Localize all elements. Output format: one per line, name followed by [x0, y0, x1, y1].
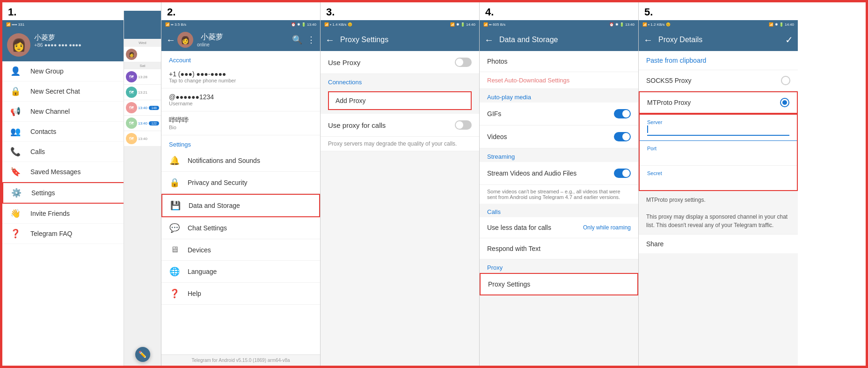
chat-list-preview: Wed 👩 Sat 🗺 13:28 🗺 13:21 🗺 13:40: [124, 20, 161, 366]
phone-hint: Tap to change phone number: [169, 78, 313, 83]
panel2-actions: 🔍 ⋮: [292, 35, 315, 45]
secret-value[interactable]: [647, 176, 789, 185]
bio-item[interactable]: 哔哔哔 Bio: [161, 111, 320, 135]
gifs-label: GIFs: [487, 110, 614, 118]
proxy-settings-row[interactable]: Proxy Settings: [480, 273, 638, 295]
username-hint: Username: [169, 101, 313, 106]
data-storage-label: Data and Storage: [189, 202, 312, 209]
help-icon: ❓: [169, 288, 180, 299]
devices-item[interactable]: 🖥 Devices: [161, 239, 320, 261]
respond-text-row[interactable]: Respond with Text: [480, 238, 638, 259]
gifs-toggle[interactable]: [614, 109, 631, 118]
mtproto-label: MTProto Proxy: [647, 99, 780, 106]
back-button-5[interactable]: ←: [643, 35, 653, 45]
mtproto-radio[interactable]: [780, 98, 789, 107]
secret-label: Secret: [647, 170, 789, 176]
status-bar-3: 📶 ▪ 1.4 KB/s 😊 📶 ✱ 🔋 14:40: [321, 20, 479, 29]
language-label: Language: [188, 268, 313, 275]
proxy-details-content: Paste from clipboard SOCKS5 Proxy MTProt…: [639, 51, 798, 366]
data-storage-title: Data and Storage: [499, 36, 634, 44]
proxy-settings-text: Proxy Settings: [488, 280, 630, 288]
proxy-note: Proxy servers may degrade the quality of…: [321, 137, 479, 151]
photos-label: Photos: [487, 58, 631, 65]
chat-settings-label: Chat Settings: [188, 224, 313, 232]
reset-link[interactable]: Reset Auto-Download Settings: [480, 72, 638, 89]
new-secret-chat-label: New Secret Chat: [30, 88, 80, 95]
use-proxy-calls-toggle[interactable]: [455, 120, 472, 130]
connections-header: Connections: [321, 74, 479, 88]
notifications-item[interactable]: 🔔 Notifications and Sounds: [161, 150, 320, 172]
secret-field[interactable]: Secret: [640, 166, 797, 190]
server-value[interactable]: [647, 125, 789, 136]
proxy-settings-label: Proxy Settings: [481, 274, 637, 294]
settings-list-2: Account +1 (●●●) ●●●-●●●● Tap to change …: [161, 51, 320, 354]
avatar: 👩: [7, 33, 30, 57]
port-field[interactable]: Port: [640, 141, 797, 166]
use-less-data-row[interactable]: Use less data for calls Only while roami…: [480, 217, 638, 238]
stream-label: Stream Videos and Audio Files: [487, 169, 614, 177]
faq-label: Telegram FAQ: [30, 230, 72, 237]
invite-friends-label: Invite Friends: [30, 210, 70, 217]
faq-icon: ❓: [10, 228, 21, 239]
videos-row[interactable]: Videos: [480, 125, 638, 148]
phone-item[interactable]: +1 (●●●) ●●●-●●●● Tap to change phone nu…: [161, 66, 320, 88]
status-bar-2: 📶 ▪▪ 3.5 B/s ⏰ ✱ 🔋 13:40: [161, 20, 320, 29]
help-item[interactable]: ❓ Help: [161, 283, 320, 305]
calls-label: Calls: [30, 148, 45, 155]
status-left-1: 📶 ▪▪▪▪ 331: [6, 22, 24, 27]
help-label: Help: [188, 290, 313, 297]
proxy-details-title: Proxy Details: [658, 36, 785, 44]
videos-label: Videos: [487, 133, 614, 140]
language-icon: 🌐: [169, 266, 180, 277]
use-proxy-toggle[interactable]: [455, 58, 472, 67]
compose-fab[interactable]: ✏️: [135, 347, 150, 362]
respond-text-label: Respond with Text: [487, 245, 631, 252]
socks5-radio[interactable]: [781, 76, 790, 85]
saved-messages-icon: 🔖: [10, 167, 21, 177]
use-proxy-calls-row[interactable]: Use proxy for calls: [321, 114, 479, 137]
server-label: Server: [647, 119, 789, 125]
step-4-number: 4.: [480, 2, 638, 20]
step-2-number: 2.: [161, 2, 320, 20]
new-secret-chat-icon: 🔒: [10, 86, 21, 96]
settings-label: Settings: [31, 189, 55, 197]
share-row[interactable]: Share: [639, 234, 798, 253]
step-5-number: 5.: [639, 2, 798, 20]
paste-from-clipboard[interactable]: Paste from clipboard: [639, 51, 798, 70]
streaming-header: Streaming: [480, 148, 638, 162]
use-proxy-row[interactable]: Use Proxy: [321, 51, 479, 74]
add-proxy-button[interactable]: Add Proxy: [328, 91, 472, 110]
port-value[interactable]: [647, 151, 789, 161]
more-icon-2[interactable]: ⋮: [307, 35, 315, 45]
panel2-title: 小菱萝: [201, 32, 292, 42]
use-less-data-value: Only while roaming: [583, 224, 631, 231]
username-item[interactable]: @●●●●●●1234 Username: [161, 88, 320, 111]
port-label: Port: [647, 146, 789, 151]
mtproto-row[interactable]: MTProto Proxy: [639, 91, 798, 114]
socks5-row[interactable]: SOCKS5 Proxy: [639, 70, 798, 91]
bio-hint: Bio: [169, 125, 313, 130]
privacy-item[interactable]: 🔒 Privacy and Security: [161, 172, 320, 194]
checkmark-icon[interactable]: ✓: [785, 34, 793, 45]
back-button-4[interactable]: ←: [484, 35, 494, 45]
language-item[interactable]: 🌐 Language: [161, 261, 320, 283]
contacts-icon: 👥: [10, 126, 21, 137]
proxy-settings-title: Proxy Settings: [340, 36, 474, 44]
proxy-info: MTProto proxy settings. This proxy may d…: [639, 191, 798, 234]
calls-header: Calls: [480, 204, 638, 217]
data-storage-item[interactable]: 💾 Data and Storage: [161, 194, 320, 217]
new-group-label: New Group: [30, 67, 64, 75]
tg-footer: Telegram for Android v5.15.0 (1869) arm6…: [161, 354, 320, 366]
phone-value: +1 (●●●) ●●●-●●●●: [169, 70, 313, 78]
photos-row[interactable]: Photos: [480, 51, 638, 72]
server-field[interactable]: Server: [640, 115, 797, 141]
new-group-icon: 👤: [10, 66, 21, 76]
back-button-3[interactable]: ←: [325, 35, 335, 45]
stream-row[interactable]: Stream Videos and Audio Files: [480, 162, 638, 185]
chat-settings-item[interactable]: 💬 Chat Settings: [161, 217, 320, 239]
back-button-2[interactable]: ←: [166, 35, 175, 45]
search-icon-2[interactable]: 🔍: [292, 35, 302, 45]
videos-toggle[interactable]: [614, 132, 631, 141]
gifs-row[interactable]: GIFs: [480, 103, 638, 125]
stream-toggle[interactable]: [614, 169, 631, 178]
